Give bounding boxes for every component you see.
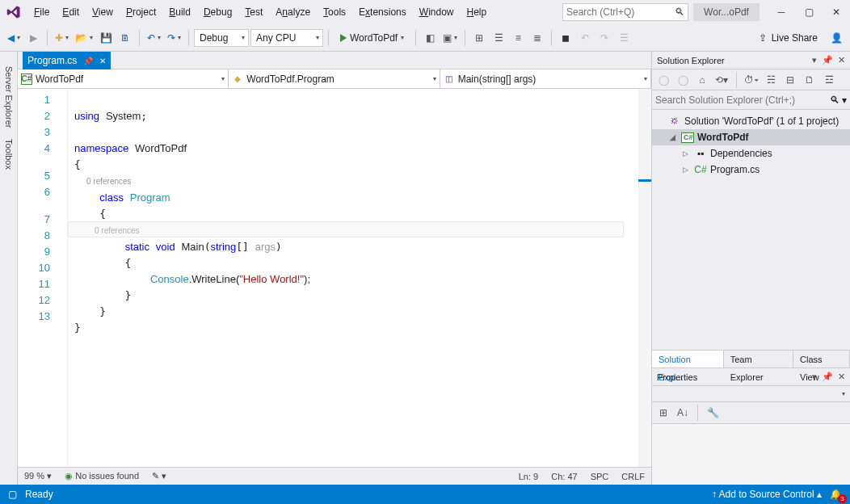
menu-view[interactable]: View (86, 0, 120, 24)
alphabetical-icon[interactable]: A↓ (675, 405, 691, 421)
zoom-combo[interactable]: 99 % ▾ (24, 471, 52, 481)
server-explorer-tab[interactable]: Server Explorer (4, 66, 14, 128)
menu-tools[interactable]: Tools (317, 0, 352, 24)
platform-combo[interactable]: Any CPU (250, 29, 323, 47)
tool-icon[interactable]: ☵ (763, 72, 779, 88)
config-combo[interactable]: Debug (194, 29, 249, 47)
expand-icon[interactable]: ▷ (683, 166, 691, 174)
dependencies-node[interactable]: ▷ ▪▪ Dependencies (652, 145, 850, 162)
play-icon (340, 34, 347, 42)
properties-object-combo[interactable]: ▾ (652, 386, 850, 402)
wrench-icon[interactable]: 🔧 (705, 405, 721, 421)
minimize-button[interactable]: ─ (768, 0, 795, 24)
menu-edit[interactable]: Edit (56, 0, 86, 24)
project-label: WordToPdf (697, 132, 749, 143)
title-project-name: Wor...oPdf (693, 3, 760, 21)
solution-tree[interactable]: ⛭ Solution 'WordToPdf' (1 of 1 project) … (652, 110, 850, 350)
save-button[interactable]: 💾 (97, 29, 115, 47)
code-editor[interactable]: using System; namespace WordToPdf { 0 re… (68, 89, 638, 467)
close-panel-icon[interactable]: ✕ (838, 55, 845, 65)
separator (465, 30, 465, 46)
brush-icon[interactable]: ✎ ▾ (152, 471, 166, 481)
expand-icon[interactable]: ◢ (670, 133, 678, 141)
tool-btn[interactable]: ⊞ (470, 29, 488, 47)
tool-btn[interactable]: ☰ (615, 29, 633, 47)
home-icon[interactable]: ⌂ (694, 72, 710, 88)
tool-btn[interactable]: ↶ (576, 29, 594, 47)
tab-class-view[interactable]: Class View (793, 351, 850, 368)
separator (551, 30, 552, 46)
tool-btn[interactable]: ☰ (490, 29, 507, 47)
properties-grid[interactable] (652, 423, 850, 485)
save-all-button[interactable]: 🗎 (116, 29, 134, 47)
start-debug-button[interactable]: WordToPdf ▾ (334, 29, 410, 47)
document-tab-active[interactable]: Program.cs 📌 ✕ (23, 52, 111, 69)
tool-btn[interactable]: ≡ (509, 29, 527, 47)
menu-build[interactable]: Build (162, 0, 197, 24)
tool-icon[interactable]: ⏱▾ (743, 72, 760, 88)
menu-project[interactable]: Project (120, 0, 162, 24)
close-button[interactable]: ✕ (823, 0, 850, 24)
tab-team-explorer[interactable]: Team Explorer (724, 351, 793, 368)
window-position-icon[interactable]: ▾ (812, 372, 817, 382)
fold-column[interactable] (57, 89, 68, 467)
tab-solution-explorer[interactable]: Solution Expl... (652, 351, 724, 368)
feedback-icon[interactable]: 👤 (827, 29, 845, 47)
bookmark-icon[interactable]: ◼ (557, 29, 574, 47)
menu-help[interactable]: Help (460, 0, 493, 24)
collapse-icon[interactable]: ⊟ (782, 72, 798, 88)
forward-button[interactable]: ▶ (24, 29, 42, 47)
tool-btn[interactable]: ↷ (595, 29, 613, 47)
maximize-button[interactable]: ▢ (795, 0, 823, 24)
editor-scrollbar[interactable] (638, 89, 651, 467)
line-indicator: Ln: 9 (519, 472, 538, 481)
pin-icon[interactable]: 📌 (822, 55, 833, 65)
quick-launch-input[interactable] (566, 6, 684, 18)
forward-icon[interactable]: ◯ (675, 72, 691, 88)
show-all-icon[interactable]: 🗋 (802, 72, 818, 88)
menu-test[interactable]: Test (238, 0, 269, 24)
back-button[interactable]: ◀ (5, 29, 23, 47)
toolbox-tab[interactable]: Toolbox (4, 139, 14, 170)
window-position-icon[interactable]: ▾ (812, 55, 817, 65)
source-control-button[interactable]: ↑ Add to Source Control ▴ (712, 489, 822, 500)
caret-marker (638, 179, 651, 182)
solution-explorer-search[interactable]: 🔍︎ ▾ (652, 90, 850, 110)
tool-btn[interactable]: ▣ (440, 29, 460, 47)
project-node[interactable]: ◢ C# WordToPdf (652, 129, 850, 145)
notifications-button[interactable]: 🔔 3 (830, 489, 842, 500)
new-project-button[interactable]: ✚ (53, 29, 71, 47)
close-panel-icon[interactable]: ✕ (838, 372, 845, 382)
pin-icon[interactable]: 📌 (83, 57, 93, 65)
nav-scope-combo[interactable]: C# WordToPdf (18, 69, 229, 88)
menu-file[interactable]: File (27, 0, 56, 24)
lineending-indicator[interactable]: CRLF (621, 472, 645, 481)
redo-button[interactable]: ↷ (165, 29, 183, 47)
close-tab-icon[interactable]: ✕ (99, 57, 106, 65)
menu-debug[interactable]: Debug (197, 0, 238, 24)
menu-analyze[interactable]: Analyze (269, 0, 317, 24)
sync-icon[interactable]: ⟲▾ (713, 72, 730, 88)
tool-btn[interactable]: ≣ (528, 29, 546, 47)
open-file-button[interactable]: 📂 (73, 29, 95, 47)
solution-node[interactable]: ⛭ Solution 'WordToPdf' (1 of 1 project) (652, 113, 850, 129)
back-icon[interactable]: ◯ (655, 72, 671, 88)
tool-btn[interactable]: ◧ (421, 29, 439, 47)
expand-icon[interactable]: ▷ (683, 149, 691, 158)
undo-button[interactable]: ↶ (145, 29, 163, 47)
live-share-button[interactable]: ⇪ Live Share (751, 29, 826, 47)
status-icon: ▢ (8, 489, 17, 500)
nav-class-combo[interactable]: ◆ WordToPdf.Program (229, 69, 440, 88)
pin-icon[interactable]: 📌 (822, 372, 833, 382)
nav-member-combo[interactable]: ◫ Main(string[] args) (440, 69, 651, 88)
solution-search-input[interactable] (655, 94, 830, 106)
spaces-indicator[interactable]: SPC (591, 472, 609, 481)
menu-window[interactable]: Window (413, 0, 461, 24)
menu-extensions[interactable]: Extensions (352, 0, 413, 24)
quick-launch-search[interactable]: 🔍︎ (562, 3, 688, 21)
nav-member-label: Main(string[] args) (458, 74, 537, 85)
properties-icon[interactable]: ☲ (821, 72, 837, 88)
csharp-icon: C# (21, 74, 32, 85)
categorized-icon[interactable]: ⊞ (655, 405, 671, 421)
file-node[interactable]: ▷ C# Program.cs (652, 162, 850, 178)
